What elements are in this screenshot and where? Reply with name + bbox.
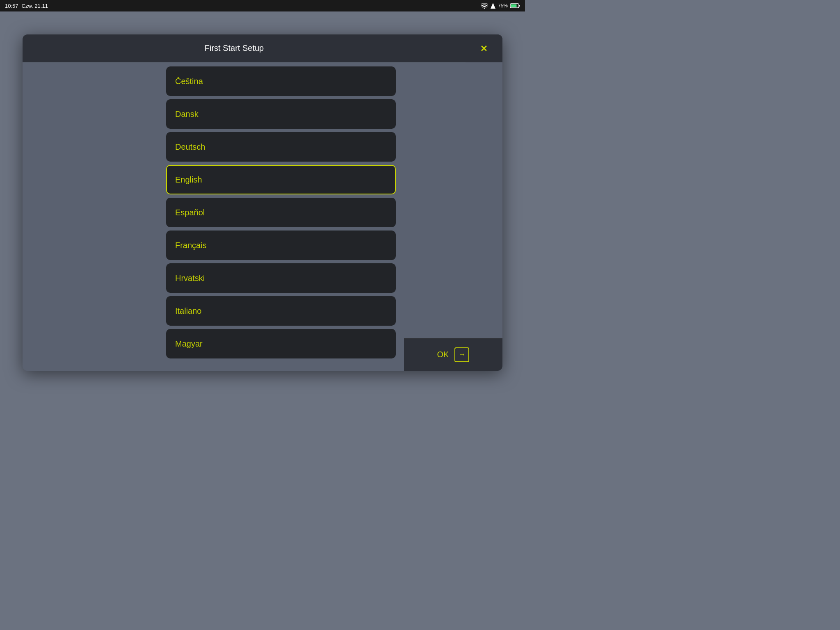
language-label-cestina: Čeština	[175, 77, 203, 86]
language-item-dansk[interactable]: Dansk	[166, 99, 396, 129]
svg-marker-0	[491, 3, 495, 9]
close-button[interactable]: ×	[466, 34, 502, 62]
battery-percent: 75%	[498, 3, 508, 9]
svg-rect-3	[519, 5, 520, 7]
language-label-francais: Français	[175, 241, 207, 250]
signal-icon	[491, 3, 495, 9]
language-label-espanol: Español	[175, 208, 205, 217]
first-start-dialog: First Start Setup × ČeštinaDanskDeutschE…	[23, 34, 502, 371]
status-bar-left: 10:57 Czw. 21.11	[5, 3, 48, 9]
language-label-magyar: Magyar	[175, 339, 203, 349]
language-item-deutsch[interactable]: Deutsch	[166, 132, 396, 162]
language-label-hrvatski: Hrvatski	[175, 274, 205, 283]
sidebar-top	[404, 62, 502, 338]
time-display: 10:57	[5, 3, 18, 9]
date-display: Czw. 21.11	[22, 3, 48, 9]
status-bar-right: 75%	[481, 3, 520, 9]
language-label-deutsch: Deutsch	[175, 142, 205, 152]
right-sidebar: OK	[404, 62, 502, 371]
status-bar: 10:57 Czw. 21.11 75%	[0, 0, 525, 11]
language-label-italiano: Italiano	[175, 306, 202, 316]
dialog-header: First Start Setup ×	[23, 34, 502, 62]
language-label-english: English	[175, 175, 202, 185]
dialog-body: ČeštinaDanskDeutschEnglishEspañolFrançai…	[23, 62, 502, 371]
ok-label: OK	[437, 350, 449, 359]
language-label-dansk: Dansk	[175, 110, 199, 119]
dialog-title: First Start Setup	[31, 43, 466, 53]
language-item-magyar[interactable]: Magyar	[166, 329, 396, 358]
language-item-cestina[interactable]: Čeština	[166, 66, 396, 96]
ok-button[interactable]: OK	[404, 338, 502, 371]
language-item-italiano[interactable]: Italiano	[166, 296, 396, 326]
language-item-english[interactable]: English	[166, 165, 396, 194]
close-icon: ×	[481, 43, 487, 54]
main-background: First Start Setup × ČeštinaDanskDeutschE…	[0, 11, 525, 394]
language-item-hrvatski[interactable]: Hrvatski	[166, 263, 396, 293]
language-item-francais[interactable]: Français	[166, 231, 396, 260]
language-list: ČeštinaDanskDeutschEnglishEspañolFrançai…	[158, 62, 404, 371]
left-margin	[23, 62, 158, 371]
language-item-espanol[interactable]: Español	[166, 198, 396, 227]
ok-arrow-icon	[454, 347, 469, 362]
wifi-icon	[481, 3, 488, 9]
svg-rect-2	[511, 5, 517, 7]
battery-icon	[510, 3, 520, 8]
